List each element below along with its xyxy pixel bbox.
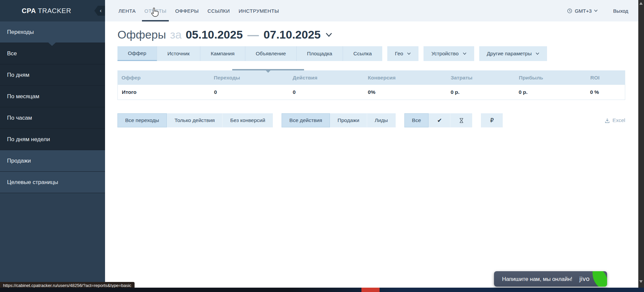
tab-istochnik[interactable]: Источник <box>157 46 200 61</box>
nav-item-instrumenty[interactable]: ИНСТРУМЕНТЫ <box>236 0 282 21</box>
dropdown-label: Гео <box>395 51 403 57</box>
check-icon: ✔ <box>437 117 442 124</box>
tab-label: Источник <box>167 51 190 57</box>
sidebar-item-label: Все <box>7 50 17 57</box>
totals-label: Итого <box>118 89 210 95</box>
tab-obyavlenie[interactable]: Объявление <box>245 46 297 61</box>
chevron-left-icon: ‹ <box>100 7 102 14</box>
grouping-tabs: Оффер Источник Кампания Объявление Площа… <box>117 46 638 61</box>
table-header-row: Оффер Переходы Действия Конверсия Затрат… <box>117 70 625 85</box>
sidebar-item-celevye-stranicy[interactable]: Целевые страницы <box>0 172 105 193</box>
sidebar-item-label: Переходы <box>7 29 34 36</box>
totals-roi: 0 % <box>586 89 625 95</box>
filters-row: Все переходы Только действия Без конверс… <box>117 113 625 127</box>
filter-status-approved[interactable]: ✔ <box>429 113 450 127</box>
totals-pribyl: 0 р. <box>514 89 586 95</box>
export-excel-button[interactable]: Excel <box>604 117 625 123</box>
topbar: ЛЕНТА ОТЧЕТЫ ОФФЕРЫ ССЫЛКИ ИНСТРУМЕНТЫ G… <box>105 0 638 21</box>
logout-link[interactable]: Выход <box>613 8 628 14</box>
tab-label: Кампания <box>211 51 235 57</box>
nav-label: ЛЕНТА <box>118 8 136 14</box>
grouping-tab-group: Оффер Источник Кампания Объявление Площа… <box>117 46 382 61</box>
filter-tolko-deystviya[interactable]: Только действия <box>167 113 222 127</box>
column-header-perekhody[interactable]: Переходы <box>210 75 289 81</box>
report-page: Офферы за 05.10.2025 — 07.10.2025 Оффер … <box>105 21 638 288</box>
tab-ploshchadka[interactable]: Площадка <box>297 46 343 61</box>
totals-deystviya: 0 <box>289 89 364 95</box>
nav-label: ОТЧЕТЫ <box>144 8 166 14</box>
tab-label: Оффер <box>128 50 146 56</box>
sorted-column-indicator <box>232 69 304 70</box>
sidebar-item-label: Целевые страницы <box>7 179 58 186</box>
sidebar-item-perekhody[interactable]: Переходы <box>0 21 105 43</box>
sidebar-item-po-mesyacam[interactable]: По месяцам <box>0 86 105 107</box>
geo-dropdown[interactable]: Гео <box>387 46 419 61</box>
column-header-pribyl[interactable]: Прибыль <box>515 75 586 81</box>
column-header-roi[interactable]: ROI <box>586 75 625 81</box>
filter-prodazhi[interactable]: Продажи <box>330 113 367 127</box>
sidebar-item-po-chasam[interactable]: По часам <box>0 107 105 129</box>
nav-item-offery[interactable]: ОФФЕРЫ <box>173 0 201 21</box>
tab-label: Объявление <box>256 51 286 57</box>
device-dropdown[interactable]: Устройство <box>424 46 474 61</box>
sidebar-item-po-dnyam[interactable]: По дням <box>0 64 105 86</box>
date-to[interactable]: 07.10.2025 <box>263 28 320 41</box>
other-params-dropdown[interactable]: Другие параметры <box>479 46 547 61</box>
column-header-offer[interactable]: Оффер <box>117 75 210 81</box>
chevron-down-icon <box>463 52 466 55</box>
sidebar-footer <box>0 193 105 292</box>
chat-message: Напишите нам, мы онлайн! <box>502 276 572 282</box>
tab-ssylka[interactable]: Ссылка <box>343 46 382 61</box>
sidebar-item-label: По часам <box>7 115 32 121</box>
export-label: Excel <box>612 117 625 123</box>
jivo-leaf-icon <box>590 271 607 287</box>
timezone-label: GMT+3 <box>575 8 592 14</box>
tab-kampaniya[interactable]: Кампания <box>200 46 245 61</box>
filter-status-pending[interactable] <box>450 113 472 127</box>
column-header-deystviya[interactable]: Действия <box>289 75 364 81</box>
column-header-zatraty[interactable]: Затраты <box>447 75 515 81</box>
bottom-taskbar-strip <box>0 288 644 292</box>
tab-label: Площадка <box>307 51 332 57</box>
filter-lidy[interactable]: Лиды <box>367 113 396 127</box>
table-row-totals: Итого 0 0 0% 0 р. 0 р. 0 % <box>117 85 625 100</box>
scroll-down-arrow[interactable] <box>639 280 643 283</box>
scroll-up-arrow[interactable] <box>639 2 643 5</box>
app-logo: CPA TRACKER <box>0 0 105 21</box>
sidebar-item-label: По дням недели <box>7 136 50 143</box>
nav-item-otchety[interactable]: ОТЧЕТЫ <box>142 0 169 21</box>
sidebar-item-po-dnyam-nedeli[interactable]: По дням недели <box>0 129 105 150</box>
sidebar-item-label: По месяцам <box>7 93 39 100</box>
topbar-right: GMT+3 Выход <box>567 8 628 14</box>
column-header-konversiya[interactable]: Конверсия <box>364 75 447 81</box>
chevron-down-icon <box>407 52 411 55</box>
chevron-down-icon <box>326 33 332 37</box>
url-text: https://cabinet.cpatracker.ru/users/4825… <box>3 283 131 288</box>
sidebar-item-label: Продажи <box>7 158 31 164</box>
logo-text-bold: CPA <box>22 7 36 15</box>
filter-vse-deystviya[interactable]: Все действия <box>282 113 330 127</box>
chat-widget[interactable]: Напишите нам, мы онлайн! jivo <box>494 271 607 287</box>
timezone-selector[interactable]: GMT+3 <box>567 8 598 14</box>
hourglass-icon <box>458 117 464 124</box>
dropdown-label: Другие параметры <box>487 51 532 57</box>
jivo-logo: jivo <box>579 275 590 283</box>
date-range-dropdown[interactable] <box>326 33 332 37</box>
filter-vse-perekhody[interactable]: Все переходы <box>117 113 167 127</box>
date-from[interactable]: 05.10.2025 <box>186 28 243 41</box>
sidebar-item-prodazhi[interactable]: Продажи <box>0 150 105 172</box>
tab-offer[interactable]: Оффер <box>117 46 157 61</box>
nav-item-ssylki[interactable]: ССЫЛКИ <box>205 0 232 21</box>
vertical-scrollbar[interactable] <box>638 0 644 288</box>
nav-item-lenta[interactable]: ЛЕНТА <box>116 0 138 21</box>
filter-status-paid[interactable]: ₽ <box>481 113 503 127</box>
sidebar-item-label: По дням <box>7 72 30 78</box>
filter-bez-konversiy[interactable]: Без конверсий <box>222 113 273 127</box>
chevron-down-icon <box>536 52 539 55</box>
filter-status-vse[interactable]: Все <box>404 113 429 127</box>
sidebar-item-vse[interactable]: Все <box>0 43 105 64</box>
totals-konversiya: 0% <box>364 89 447 95</box>
report-title: Офферы <box>117 28 166 41</box>
totals-perekhody: 0 <box>210 89 289 95</box>
status-filter-group: Все ✔ <box>404 113 473 127</box>
